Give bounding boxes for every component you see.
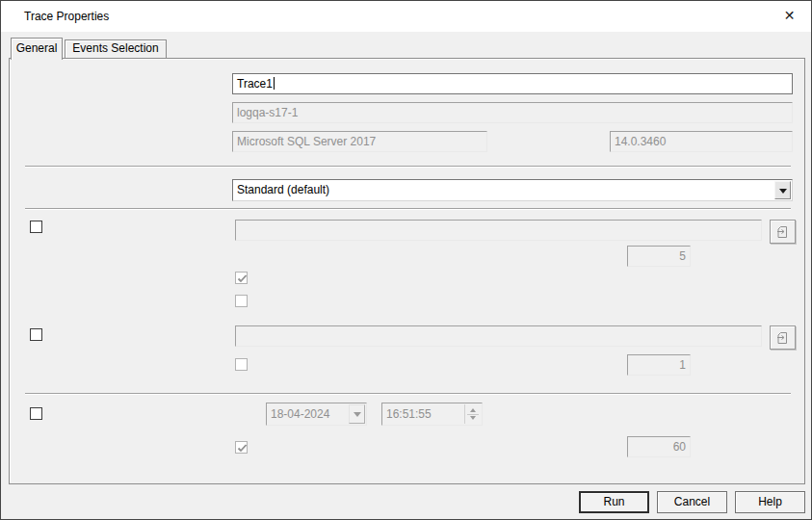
server-processes-checkbox (235, 295, 248, 307)
chevron-down-icon[interactable] (774, 181, 791, 199)
enable-stop-time-checkbox[interactable] (30, 407, 42, 420)
checkmark-icon (236, 273, 249, 285)
file-path-field (235, 220, 762, 241)
date-chevron-down-icon (349, 404, 365, 424)
set-trace-duration-checkbox (235, 441, 248, 454)
save-to-file-checkbox[interactable] (30, 221, 42, 233)
trace-duration-field: 60 (627, 436, 691, 457)
stop-date-dropdown: 18-04-2024 (266, 403, 367, 426)
separator (25, 393, 791, 395)
stop-date-value: 18-04-2024 (271, 407, 329, 421)
table-name-field (235, 325, 762, 347)
save-to-table-checkbox[interactable] (30, 328, 42, 341)
version-field: 14.0.3460 (610, 131, 793, 152)
titlebar: Trace Properties ✕ (1, 1, 811, 32)
tab-events-selection-label: Events Selection (72, 41, 158, 55)
tab-general-label: General (16, 41, 58, 55)
run-button[interactable]: Run (579, 491, 649, 513)
provider-name-field: logqa-s17-1 (232, 102, 793, 123)
template-dropdown[interactable]: Standard (default) (232, 179, 793, 201)
separator (25, 166, 791, 168)
separator (25, 208, 791, 210)
tab-events-selection[interactable]: Events Selection (65, 39, 167, 58)
checkmark-icon (236, 442, 249, 455)
text-caret (274, 77, 275, 90)
close-icon[interactable]: ✕ (768, 1, 811, 31)
spinner-arrows-icon (464, 404, 481, 424)
stop-time-value: 16:51:55 (386, 407, 432, 421)
max-file-size-field: 5 (627, 246, 691, 267)
template-selected-value: Standard (default) (237, 183, 329, 196)
tab-general[interactable]: General (11, 38, 63, 60)
cancel-button[interactable]: Cancel (657, 491, 727, 513)
browse-file-button (770, 220, 796, 244)
provider-type-field: Microsoft SQL Server 2017 (232, 131, 487, 152)
set-max-rows-checkbox (235, 358, 248, 371)
enable-file-rollover-checkbox (235, 272, 248, 284)
browse-table-button (770, 325, 796, 350)
max-rows-field: 1 (627, 354, 691, 376)
trace-name-input[interactable]: Trace1 (232, 73, 793, 94)
stop-time-spinner: 16:51:55 (381, 403, 483, 426)
trace-properties-dialog: Trace Properties ✕ General Events Select… (0, 0, 812, 520)
help-button[interactable]: Help (735, 491, 805, 513)
window-title: Trace Properties (24, 1, 109, 32)
